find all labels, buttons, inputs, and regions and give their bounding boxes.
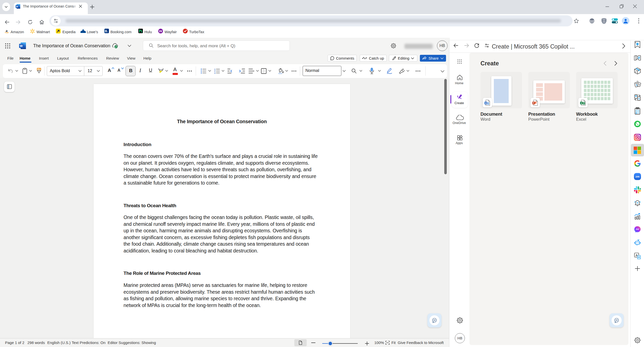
svg-text:3: 3: [214, 72, 215, 74]
svg-text:X: X: [581, 102, 582, 104]
svg-text:a: a: [6, 29, 8, 33]
svg-text:2: 2: [214, 70, 215, 72]
svg-text:W: W: [485, 102, 487, 104]
svg-text:1: 1: [214, 68, 215, 70]
svg-text:P: P: [533, 102, 534, 104]
svg-text:B.: B.: [105, 29, 108, 33]
svg-text:W: W: [20, 44, 23, 48]
svg-text:W: W: [16, 5, 18, 8]
svg-text:zm: zm: [635, 175, 639, 178]
